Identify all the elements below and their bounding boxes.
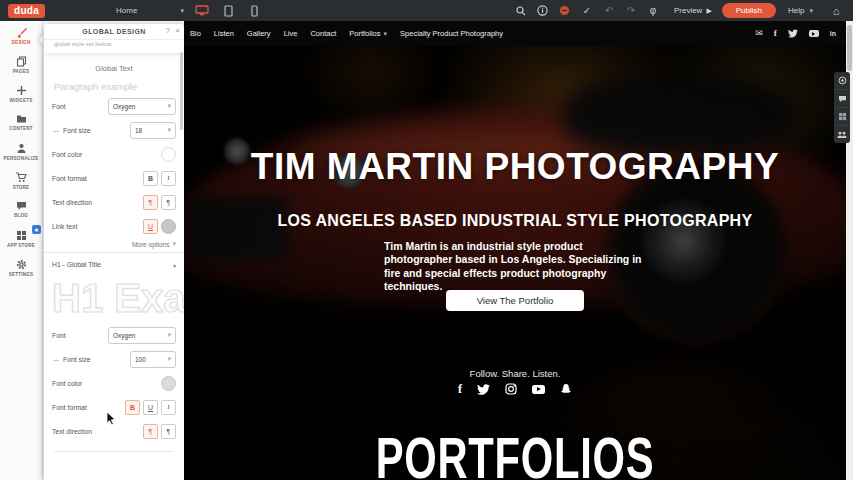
preview-button[interactable]: Preview ▶ <box>674 6 712 15</box>
h1-font-select[interactable]: Oxygen ▾ <box>108 327 176 344</box>
ltr-direction-button[interactable]: ¶ <box>143 195 158 210</box>
gear-icon <box>16 259 27 270</box>
linkedin-icon[interactable]: in <box>830 30 836 37</box>
site-subtitle[interactable]: LOS ANGELES BASED INDUSTRIAL STYLE PHOTO… <box>184 212 846 230</box>
dashboard-home-button[interactable]: ⌂ <box>825 2 847 19</box>
link-color-swatch[interactable] <box>161 219 176 234</box>
h1-font-color-swatch[interactable] <box>161 376 176 391</box>
top-toolbar: duda Home ▾ ✓ <box>0 0 853 21</box>
rtl-direction-button[interactable]: ¶ <box>161 195 176 210</box>
quick-access-toolbar <box>834 72 850 143</box>
dev-mode-button[interactable]: φ <box>642 2 664 19</box>
facebook-icon[interactable]: f <box>774 29 777 38</box>
font-row: Font Oxygen ▾ <box>52 94 176 118</box>
youtube-icon[interactable] <box>809 30 819 37</box>
nav-item-contact[interactable]: Contact <box>310 29 336 38</box>
font-size-select[interactable]: 18 ▾ <box>130 122 176 139</box>
sidebar-item-personalize[interactable]: PERSONALIZE <box>0 137 42 166</box>
sidebar-item-settings[interactable]: SETTINGS <box>0 253 42 282</box>
panel-header: GLOBAL DESIGN ? × <box>44 24 184 40</box>
feedback-icon <box>559 5 570 16</box>
site-description[interactable]: Tim Martin is an industrial style produc… <box>384 240 652 293</box>
view-portfolio-button[interactable]: View The Portfolio <box>446 290 584 311</box>
email-icon[interactable]: ✉ <box>755 29 763 38</box>
instagram-icon[interactable] <box>505 383 517 395</box>
publish-button[interactable]: Publish <box>722 3 776 18</box>
tablet-icon <box>224 5 233 17</box>
nav-item-portfolios[interactable]: Portfolios ▾ <box>349 29 387 38</box>
font-color-swatch[interactable] <box>161 147 176 162</box>
h1-font-label: Font <box>52 332 66 339</box>
chevron-down-icon: ▾ <box>167 355 171 363</box>
layers-icon <box>838 112 847 121</box>
panel-help-icon[interactable]: ? <box>166 26 170 35</box>
sidebar-item-widgets[interactable]: WIDGETS <box>0 79 42 108</box>
desktop-view-button[interactable] <box>192 3 212 18</box>
sidebar-item-content[interactable]: CONTENT <box>0 108 42 137</box>
section-divider <box>54 451 174 452</box>
info-icon <box>537 5 548 16</box>
info-button[interactable] <box>532 2 554 19</box>
layers-button[interactable] <box>834 108 850 126</box>
sidebar-item-blog[interactable]: BLOG <box>0 195 42 224</box>
twitter-icon[interactable] <box>477 384 490 395</box>
font-size-label: ↔ Font size <box>52 126 91 135</box>
h1-italic-button[interactable]: I <box>161 400 176 415</box>
font-select[interactable]: Oxygen ▾ <box>108 98 176 115</box>
nav-item-bio[interactable]: Bio <box>190 29 201 38</box>
preview-label: Preview <box>674 6 702 15</box>
site-preview-canvas: Bio Listen Gallery Live Contact Portfoli… <box>184 21 846 480</box>
h1-rtl-direction-button[interactable]: ¶ <box>161 424 176 439</box>
team-button[interactable] <box>834 126 850 143</box>
h1-underline-button[interactable]: U <box>143 400 158 415</box>
panel-close-icon[interactable]: × <box>175 26 180 35</box>
desktop-icon <box>195 5 209 16</box>
nav-item-live[interactable]: Live <box>284 29 298 38</box>
nav-item-gallery[interactable]: Gallery <box>247 29 271 38</box>
mobile-icon <box>251 5 258 17</box>
bold-button[interactable]: B <box>143 171 158 186</box>
save-check-button[interactable]: ✓ <box>576 2 598 19</box>
camera-button[interactable] <box>834 72 850 90</box>
portfolios-heading[interactable]: PORTFOLIOS <box>277 424 754 480</box>
nav-item-specialty[interactable]: Specialty Product Photography <box>400 29 503 38</box>
more-options-link[interactable]: More options ▾ <box>52 240 176 248</box>
h1-bold-button[interactable]: B <box>125 400 140 415</box>
page-selector-dropdown[interactable]: Home ▾ <box>116 6 184 15</box>
panel-scrollbar-thumb[interactable] <box>180 52 183 130</box>
feedback-button[interactable] <box>554 2 576 19</box>
site-title[interactable]: TIM MARTIN PHOTOGRAPHY <box>184 146 846 188</box>
nav-item-listen[interactable]: Listen <box>214 29 234 38</box>
sidebar-item-design[interactable]: DESIGN <box>0 21 42 50</box>
help-dropdown[interactable]: Help ▾ <box>788 6 813 15</box>
global-design-panel: GLOBAL DESIGN ? × global style set below… <box>44 24 184 480</box>
site-scrollbar-thumb[interactable] <box>847 25 852 71</box>
section-divider <box>44 252 184 253</box>
team-icon <box>837 131 847 139</box>
comments-button[interactable] <box>834 90 850 108</box>
sidebar-item-app-store[interactable]: ★ APP STORE <box>0 224 42 253</box>
h1-text-direction-label: Text direction <box>52 428 92 435</box>
twitter-icon[interactable] <box>788 29 798 38</box>
tablet-view-button[interactable] <box>218 3 238 18</box>
help-label: Help <box>788 6 804 15</box>
sidebar-item-pages[interactable]: PAGES <box>0 50 42 79</box>
italic-button[interactable]: I <box>161 171 176 186</box>
link-text-label: Link text <box>52 223 77 230</box>
chevron-up-icon: ▴ <box>173 261 176 268</box>
h1-section-header[interactable]: H1 - Global Title ▴ <box>52 257 176 271</box>
mobile-view-button[interactable] <box>244 3 264 18</box>
chevron-down-icon: ▾ <box>167 331 171 339</box>
youtube-icon[interactable] <box>532 385 545 394</box>
cart-icon <box>15 172 27 183</box>
h1-ltr-direction-button[interactable]: ¶ <box>143 424 158 439</box>
redo-button[interactable]: ↷ <box>620 2 642 19</box>
sidebar-item-store[interactable]: STORE <box>0 166 42 195</box>
undo-button[interactable]: ↶ <box>598 2 620 19</box>
search-button[interactable] <box>510 2 532 19</box>
snapchat-icon[interactable] <box>560 383 572 395</box>
chevron-down-icon: ▾ <box>809 7 813 15</box>
facebook-icon[interactable]: f <box>458 383 462 395</box>
h1-font-size-select[interactable]: 100 ▾ <box>130 351 176 368</box>
link-underline-button[interactable]: U <box>143 219 158 234</box>
